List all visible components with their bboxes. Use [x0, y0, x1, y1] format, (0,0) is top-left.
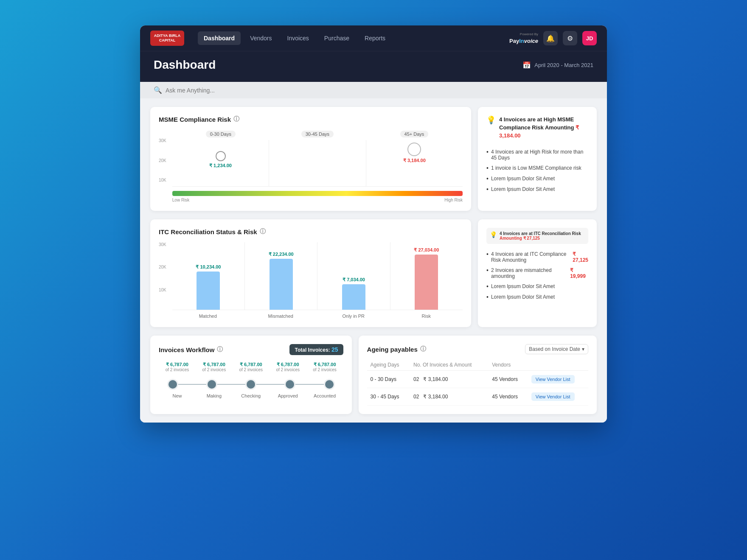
msme-chart-card: MSME Compliance Risk ⓘ 30K 20K 10K — [150, 107, 471, 211]
ageing-days-1: 30 - 45 Days — [367, 388, 410, 406]
risk-bar-container: Low Risk High Risk — [172, 191, 463, 202]
bar-name-mismatched: Mismatched — [244, 314, 317, 319]
ageing-table-body: 0 - 30 Days 02 ₹ 3,184.00 45 Vendors Vie… — [367, 371, 588, 406]
bubble-chart-area: ₹ 1,234.00 ₹ 3,184.00 — [172, 140, 463, 187]
chevron-down-icon: ▾ — [582, 346, 584, 352]
risk-labels: Low Risk High Risk — [172, 198, 463, 202]
col-vendors: Vendors — [489, 359, 528, 371]
step-sub-checking: of 2 invoices — [233, 367, 270, 372]
itc-bulb-icon: 💡 — [490, 231, 497, 238]
step-name-accounted: Accounted — [306, 393, 343, 398]
ageing-vendors-0: 45 Vendors — [489, 371, 528, 388]
step-circle-making — [206, 379, 217, 390]
search-input[interactable] — [166, 87, 593, 94]
connector-3 — [256, 384, 284, 385]
itc-info-card: 💡 4 Invoices are at ITC Reconciliation R… — [478, 219, 597, 327]
bar-mismatched: ₹ 22,234.00 — [245, 242, 317, 310]
step-amount-checking-val: ₹ 6,787.00 — [233, 362, 270, 367]
ageing-action-1: View Vendor List — [528, 388, 588, 406]
ageing-count-amount-1: 02 ₹ 3,184.00 — [410, 388, 489, 406]
workflow-circles-row — [159, 375, 343, 393]
step-name-approved: Approved — [270, 393, 306, 398]
msme-info-icon[interactable]: ⓘ — [233, 115, 239, 123]
ageing-card-title: Ageing payables ⓘ — [367, 345, 426, 353]
total-invoices-badge: Total Invoices: 25 — [289, 344, 343, 355]
ageing-title-text: Ageing payables — [367, 346, 418, 353]
ageing-amount-1: ₹ 3,184.00 — [423, 394, 448, 400]
logo-area: ADITYA BIRLA CAPITAL — [150, 31, 184, 46]
ageing-days-0: 0 - 30 Days — [367, 371, 410, 388]
msme-alert-title-text: 4 Invoices are at High MSME Compliance R… — [499, 116, 574, 131]
notification-button[interactable]: 🔔 — [543, 31, 558, 45]
step-name-checking: Checking — [233, 393, 270, 398]
nav-reports[interactable]: Reports — [359, 31, 391, 45]
msme-col-0-30: 0-30 Days — [172, 130, 269, 137]
nav-vendors[interactable]: Vendors — [244, 31, 278, 45]
bottom-row: Invoices Workflow ⓘ Total Invoices: 25 ₹… — [150, 336, 597, 414]
step-amount-making-val: ₹ 6,787.00 — [196, 362, 233, 367]
msme-col-headers: 0-30 Days 30-45 Days 45+ Days — [172, 130, 463, 137]
view-vendor-list-btn-0[interactable]: View Vendor List — [531, 375, 575, 384]
msme-chart-inner: 0-30 Days 30-45 Days 45+ Days — [172, 130, 463, 202]
step-name-making: Making — [196, 393, 233, 398]
msme-amount-1: ₹ 1,234.00 — [209, 163, 232, 168]
itc-y-20k: 20K — [159, 265, 166, 269]
risk-gradient-bar — [172, 191, 463, 196]
col-30-45-area — [269, 140, 366, 186]
y-label-30k: 30K — [159, 138, 166, 143]
ageing-row-1: 30 - 45 Days 02 ₹ 3,184.00 45 Vendors Vi… — [367, 388, 588, 406]
step-amount-accounted-val: ₹ 6,787.00 — [306, 362, 343, 367]
itc-y-labels: 30K 20K 10K — [159, 242, 169, 310]
bar-name-matched: Matched — [171, 314, 244, 319]
step-amount-accounted: ₹ 6,787.00 of 2 invoices — [306, 362, 343, 372]
ageing-header-row: Ageing Days No. Of Invoices & Amount Ven… — [367, 359, 588, 371]
high-risk-label: High Risk — [444, 198, 463, 202]
workflow-card: Invoices Workflow ⓘ Total Invoices: 25 ₹… — [150, 336, 352, 414]
itc-info-icon[interactable]: ⓘ — [260, 228, 266, 235]
nav-right: Powered By PayInvoice 🔔 ⚙ JD — [509, 31, 597, 45]
itc-bullet-1-text: 4 Invoices are at ITC Compliance Risk Am… — [491, 251, 570, 263]
ageing-header: Ageing payables ⓘ Based on Invoice Date … — [367, 344, 588, 354]
ageing-action-0: View Vendor List — [528, 371, 588, 388]
itc-bullet-1: 4 Invoices are at ITC Compliance Risk Am… — [486, 249, 588, 265]
brand-name: PayInvoice — [509, 38, 538, 44]
ageing-count-0: 02 — [413, 376, 419, 382]
only-pr-amount: ₹ 7,034.00 — [343, 277, 365, 283]
mismatched-amount: ₹ 22,234.00 — [269, 252, 294, 257]
col-0-30-area: ₹ 1,234.00 — [172, 140, 269, 186]
date-range[interactable]: 📅 April 2020 - March 2021 — [522, 61, 593, 69]
ageing-info-icon[interactable]: ⓘ — [420, 345, 426, 353]
step-sub-approved: of 2 invoices — [270, 367, 306, 372]
step-amount-approved: ₹ 6,787.00 of 2 invoices — [270, 362, 306, 372]
powered-by-text: Powered By — [509, 32, 538, 36]
ageing-table-head: Ageing Days No. Of Invoices & Amount Ven… — [367, 359, 588, 371]
itc-bullet-2-text: 2 Invoices are mismatched amounting — [491, 267, 567, 279]
itc-mini-header-row: 💡 4 Invoices are at ITC Reconciliation R… — [490, 231, 585, 241]
settings-button[interactable]: ⚙ — [563, 31, 577, 45]
msme-bullet-3: Lorem Ipsum Dolor Sit Amet — [486, 174, 588, 184]
workflow-info-icon[interactable]: ⓘ — [217, 346, 223, 353]
nav-dashboard[interactable]: Dashboard — [198, 31, 241, 45]
itc-bullet-2: 2 Invoices are mismatched amounting ₹ 19… — [486, 265, 588, 281]
app-container: ADITYA BIRLA CAPITAL Dashboard Vendors I… — [140, 25, 607, 423]
msme-section-row: MSME Compliance Risk ⓘ 30K 20K 10K — [150, 107, 597, 211]
step-names-row: New Making Checking Approved Accounted — [159, 393, 343, 398]
bubble-col1 — [216, 151, 226, 161]
matched-amount: ₹ 10,234.00 — [196, 264, 221, 270]
itc-title-text: ITC Reconciliation Status & Risk — [159, 228, 257, 235]
msme-info-card: 💡 4 Invoices are at High MSME Compliance… — [478, 107, 597, 211]
msme-bullet-4: Lorem Ipsum Dolor Sit Amet — [486, 184, 588, 195]
user-avatar[interactable]: JD — [582, 31, 597, 45]
view-vendor-list-btn-1[interactable]: View Vendor List — [531, 392, 575, 401]
nav-links: Dashboard Vendors Invoices Purchase Repo… — [198, 31, 509, 45]
nav-purchase[interactable]: Purchase — [318, 31, 355, 45]
calendar-icon: 📅 — [522, 61, 531, 69]
itc-chart-card: ITC Reconciliation Status & Risk ⓘ 30K 2… — [150, 219, 471, 327]
nav-invoices[interactable]: Invoices — [281, 31, 315, 45]
msme-col-45plus: 45+ Days — [366, 130, 463, 137]
msme-alert-title: 4 Invoices are at High MSME Compliance R… — [499, 116, 579, 139]
ageing-dropdown[interactable]: Based on Invoice Date ▾ — [525, 344, 588, 354]
itc-section-row: ITC Reconciliation Status & Risk ⓘ 30K 2… — [150, 219, 597, 327]
connector-2 — [217, 384, 245, 385]
msme-bullet-1: 4 Invoices are at High Risk for more tha… — [486, 147, 588, 163]
